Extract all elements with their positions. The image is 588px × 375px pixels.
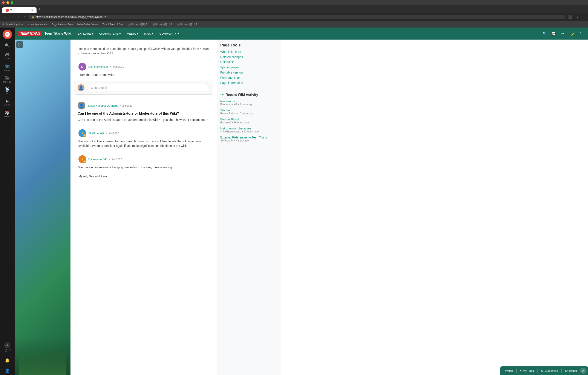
- sidebar-item-anime[interactable]: 📺 ANIME: [0, 62, 15, 73]
- sidebar-item-movies[interactable]: 🎬 MOVIES: [0, 74, 15, 85]
- activity-page-4[interactable]: External References to Teen Titans: [220, 136, 278, 139]
- sidebar-item-search[interactable]: 🔍: [0, 41, 15, 50]
- nav-misc[interactable]: MISC ▾: [142, 30, 156, 37]
- doncho-author[interactable]: DonchoMonster: [88, 65, 108, 68]
- jason-comment: 👤 Jason X Isobel LOVERS • 2/3/2022 ⋮ Can…: [74, 98, 213, 126]
- bookmark-1[interactable]: do female dogs live...: [3, 23, 25, 26]
- address-input[interactable]: 🔒 https://teentitans.fandom.com/wiki/Mes…: [28, 15, 565, 19]
- dark-meta: Darkmaster345 • 2/4/2022: [88, 157, 202, 161]
- shortcuts-button[interactable]: Shortcuts: [562, 368, 580, 374]
- write-reply-input[interactable]: Write a reply: [87, 84, 210, 91]
- printable-version-link[interactable]: Printable version: [220, 71, 278, 74]
- dark-more-btn[interactable]: ⋮: [204, 156, 210, 162]
- sky-more-btn[interactable]: ⋮: [204, 130, 210, 136]
- sky-reply: ⚡ ★ SkyRider747 • 2/4/2022 ⋮: [74, 126, 213, 152]
- wiki-nav-links: EXPLORE ▾ CHARACTERS ▾ MEDIA ▾ MISC ▾ CO…: [75, 30, 182, 37]
- topnav-theme-btn[interactable]: 🌙: [568, 30, 576, 37]
- hero-background: [15, 40, 71, 375]
- menu-btn[interactable]: ⋮: [581, 15, 585, 19]
- special-pages-link[interactable]: Special pages: [220, 65, 278, 69]
- bottom-bar-close-btn[interactable]: ✕: [580, 368, 586, 374]
- doncho-avatar-wrap: D: [78, 63, 86, 71]
- movies-icon: 🎬: [5, 75, 10, 80]
- reload-button[interactable]: ↻: [16, 15, 21, 19]
- back-button[interactable]: ←: [3, 15, 7, 19]
- dark-reply-header: ⚡ ★ Darkmaster345 • 2/4/2022 ⋮: [78, 155, 210, 163]
- fandom-logo[interactable]: [3, 30, 12, 39]
- media-chevron-icon: ▾: [137, 32, 138, 35]
- wiki-logo-area: TEEN TITANS Teen Titans Wiki: [18, 31, 71, 36]
- sidebar-item-notifications[interactable]: 🔔: [3, 356, 12, 365]
- activity-wave-icon: 〜: [220, 92, 224, 97]
- activity-page-0[interactable]: Nevermore: [220, 100, 278, 103]
- activity-page-2[interactable]: Brother Blood: [220, 118, 278, 121]
- topnav-notifications-btn[interactable]: 💬: [550, 30, 557, 37]
- sidebar-item-video[interactable]: ▶ VIDEO: [0, 97, 15, 108]
- dark-author[interactable]: Darkmaster345: [88, 158, 107, 161]
- sidebar-item-profile[interactable]: 👤: [3, 366, 12, 375]
- misc-chevron-icon: ▾: [152, 32, 153, 35]
- tv-label: TV: [6, 92, 9, 95]
- doncho-more-btn[interactable]: ⋮: [204, 64, 210, 70]
- bookmark-5[interactable]: Tom & Jerry | A Sea...: [102, 23, 125, 26]
- home-button[interactable]: ⌂: [23, 15, 26, 19]
- url-text: https://teentitans.fandom.com/wiki/Messa…: [36, 15, 107, 19]
- forward-button[interactable]: →: [10, 15, 14, 19]
- hero-expand-button[interactable]: ⛶: [16, 41, 23, 48]
- extensions-btn[interactable]: ⬛: [567, 15, 573, 19]
- reply-input-area: 👤 Write a reply: [74, 81, 213, 94]
- activity-page-1[interactable]: Starfire: [220, 108, 278, 112]
- video-label: VIDEO: [4, 104, 10, 106]
- wiki-name-label: Teen Titans Wiki: [44, 32, 71, 35]
- wiki-body: ⛶ I felt that more could be done though.…: [15, 40, 588, 375]
- topnav-more-btn[interactable]: ⋮: [577, 30, 585, 37]
- jason-date: 2/3/2022: [122, 104, 132, 107]
- topnav-search-btn[interactable]: 🔍: [541, 30, 548, 37]
- jason-author[interactable]: Jason X Isobel LOVERS: [87, 104, 118, 107]
- start-wiki-label: START AWIKI: [4, 349, 11, 353]
- sidebar-item-wikis[interactable]: 📚 WIKIS: [0, 108, 15, 119]
- wiki-topnav: TEEN TITANS Teen Titans Wiki EXPLORE ▾ C…: [15, 28, 588, 40]
- activity-page-3[interactable]: List of minor characters: [220, 127, 278, 130]
- new-tab-button[interactable]: +: [37, 7, 42, 11]
- sky-author[interactable]: SkyRider747: [88, 132, 104, 135]
- bookmark-3[interactable]: Dogs Archive - Free...: [52, 23, 74, 26]
- active-tab[interactable]: M ✕: [2, 7, 37, 13]
- page-tools-section: Page Tools What links here Related chang…: [220, 43, 278, 85]
- watch-button[interactable]: Watch: [502, 368, 516, 374]
- permanent-link-link[interactable]: Permanent link: [220, 76, 278, 79]
- what-links-here-link[interactable]: What links here: [220, 50, 278, 54]
- activity-meta-3: 8nfu67j jyuuyjugjkl • 23 hours ago: [220, 130, 278, 133]
- nav-community[interactable]: COMMUNITY ▾: [157, 30, 182, 37]
- jason-more-btn[interactable]: ⋮: [204, 103, 210, 108]
- upload-file-link[interactable]: Upload file: [220, 60, 278, 64]
- sidebar-item-start-wiki[interactable]: + START AWIKI: [3, 341, 12, 354]
- tab-close-btn[interactable]: ✕: [31, 9, 33, 12]
- nav-media[interactable]: MEDIA ▾: [124, 30, 141, 37]
- my-tools-button[interactable]: ▾ My Tools: [517, 368, 537, 374]
- customize-button[interactable]: ⚙ Customize: [538, 368, 561, 374]
- activity-item-2: Brother Blood Ranveer2 • 16 hours ago: [220, 118, 278, 124]
- bookmark-4[interactable]: Hello Carbot Seaso...: [77, 23, 100, 26]
- related-changes-link[interactable]: Related changes: [220, 55, 278, 59]
- search-icon: 🔍: [5, 43, 10, 48]
- sky-reply-body: We are not actively looking for new role…: [78, 139, 210, 148]
- anime-icon: 📺: [5, 64, 10, 69]
- bookmark-8[interactable]: [헬로카봇 시즌기] 2...: [177, 23, 199, 26]
- my-tools-label: My Tools: [523, 369, 534, 372]
- page-information-link[interactable]: Page information: [220, 81, 278, 85]
- teen-titans-logo: TEEN TITANS: [18, 31, 42, 36]
- topnav-activity-btn[interactable]: 〜: [559, 30, 567, 37]
- nav-explore[interactable]: EXPLORE ▾: [75, 30, 96, 37]
- bookmark-2[interactable]: should i get a male...: [28, 23, 49, 26]
- tv-icon: 📡: [5, 87, 10, 92]
- sidebar-item-games[interactable]: 🎮 GAMES: [0, 50, 15, 62]
- profile-btn[interactable]: S: [575, 15, 578, 19]
- fandom-logo-icon: [4, 32, 10, 37]
- bookmark-6[interactable]: [헬로카봇 시즌8] 9...: [128, 23, 149, 26]
- page-tools-title: Page Tools: [220, 43, 278, 48]
- nav-characters[interactable]: CHARACTERS ▾: [97, 30, 124, 37]
- sidebar-item-tv[interactable]: 📡 TV: [0, 85, 15, 96]
- bookmark-7[interactable]: [헬로카봇 시즌기] 1...: [152, 23, 174, 26]
- start-wiki-icon: +: [4, 342, 10, 348]
